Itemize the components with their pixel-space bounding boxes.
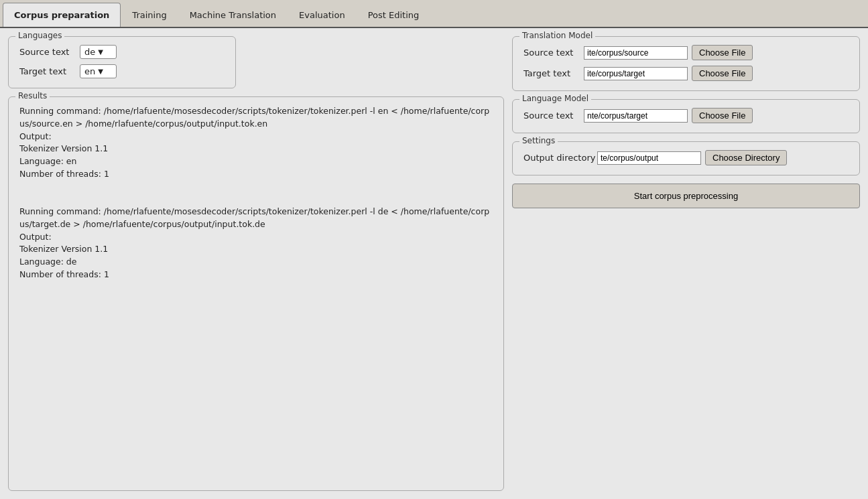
results-title: Results [15,91,50,100]
right-panel: Translation Model Source text Choose Fil… [512,36,860,491]
translation-target-row: Target text Choose File [523,66,849,81]
translation-target-label: Target text [523,68,584,78]
tab-machine-translation[interactable]: Machine Translation [178,3,288,27]
translation-target-input[interactable] [584,67,688,80]
start-corpus-preprocessing-button[interactable]: Start corpus preprocessing [512,184,860,208]
translation-source-row: Source text Choose File [523,45,849,60]
source-language-arrow: ▼ [98,48,103,56]
settings-box: Settings Output directory Choose Directo… [512,141,860,175]
settings-choose-dir-button[interactable]: Choose Directory [705,150,787,165]
target-language-row: Target text en ▼ [19,64,225,78]
target-language-value: en [84,66,95,76]
language-model-choose-file-button[interactable]: Choose File [692,108,753,123]
tab-training[interactable]: Training [121,3,178,27]
tab-post-editing[interactable]: Post Editing [357,3,431,27]
language-model-box: Language Model Source text Choose File [512,99,860,133]
settings-output-input[interactable] [597,151,701,165]
translation-model-box: Translation Model Source text Choose Fil… [512,36,860,91]
results-box: Results Running command: /home/rlafuente… [8,96,504,491]
settings-output-label: Output directory [523,153,597,163]
settings-output-row: Output directory Choose Directory [523,150,849,165]
tab-corpus-preparation[interactable]: Corpus preparation [3,3,121,27]
target-language-arrow: ▼ [98,68,103,75]
translation-source-input[interactable] [584,46,688,60]
source-language-label: Source text [19,47,80,57]
translation-source-choose-file-button[interactable]: Choose File [692,45,753,60]
tab-evaluation[interactable]: Evaluation [288,3,357,27]
languages-box: Languages Source text de ▼ Target text e… [8,36,236,88]
translation-target-choose-file-button[interactable]: Choose File [692,66,753,81]
target-language-label: Target text [19,66,80,76]
right-panel-spacer [512,216,860,491]
translation-source-label: Source text [523,48,584,58]
languages-title: Languages [15,31,64,40]
settings-title: Settings [519,136,558,145]
translation-model-title: Translation Model [519,31,595,40]
source-language-select[interactable]: de ▼ [80,45,117,59]
tab-bar: Corpus preparation Training Machine Tran… [0,0,868,28]
language-model-source-input[interactable] [584,109,688,123]
target-language-select[interactable]: en ▼ [80,64,117,78]
main-content: Languages Source text de ▼ Target text e… [0,28,868,499]
left-panel: Languages Source text de ▼ Target text e… [8,36,504,491]
language-model-title: Language Model [519,94,591,103]
language-model-source-row: Source text Choose File [523,108,849,123]
results-content: Running command: /home/rlafuente/mosesde… [19,105,493,281]
source-language-row: Source text de ▼ [19,45,225,59]
source-language-value: de [84,47,95,57]
language-model-source-label: Source text [523,111,584,121]
